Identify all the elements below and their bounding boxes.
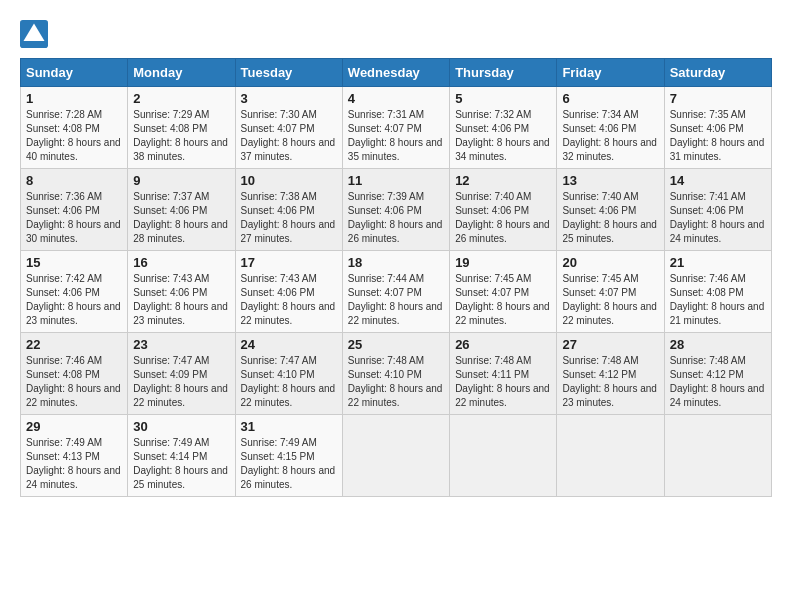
day-number: 12 <box>455 173 551 188</box>
day-info: Sunrise: 7:31 AM Sunset: 4:07 PM Dayligh… <box>348 108 444 164</box>
table-row: 30Sunrise: 7:49 AM Sunset: 4:14 PM Dayli… <box>128 415 235 497</box>
day-info: Sunrise: 7:47 AM Sunset: 4:09 PM Dayligh… <box>133 354 229 410</box>
day-number: 21 <box>670 255 766 270</box>
day-info: Sunrise: 7:46 AM Sunset: 4:08 PM Dayligh… <box>26 354 122 410</box>
table-row: 6Sunrise: 7:34 AM Sunset: 4:06 PM Daylig… <box>557 87 664 169</box>
day-number: 3 <box>241 91 337 106</box>
day-info: Sunrise: 7:40 AM Sunset: 4:06 PM Dayligh… <box>455 190 551 246</box>
table-row: 29Sunrise: 7:49 AM Sunset: 4:13 PM Dayli… <box>21 415 128 497</box>
table-row: 25Sunrise: 7:48 AM Sunset: 4:10 PM Dayli… <box>342 333 449 415</box>
calendar-page: Sunday Monday Tuesday Wednesday Thursday… <box>20 20 772 497</box>
table-row: 11Sunrise: 7:39 AM Sunset: 4:06 PM Dayli… <box>342 169 449 251</box>
table-row: 3Sunrise: 7:30 AM Sunset: 4:07 PM Daylig… <box>235 87 342 169</box>
table-row: 15Sunrise: 7:42 AM Sunset: 4:06 PM Dayli… <box>21 251 128 333</box>
table-row: 14Sunrise: 7:41 AM Sunset: 4:06 PM Dayli… <box>664 169 771 251</box>
table-row: 18Sunrise: 7:44 AM Sunset: 4:07 PM Dayli… <box>342 251 449 333</box>
day-info: Sunrise: 7:36 AM Sunset: 4:06 PM Dayligh… <box>26 190 122 246</box>
table-row: 7Sunrise: 7:35 AM Sunset: 4:06 PM Daylig… <box>664 87 771 169</box>
col-friday: Friday <box>557 59 664 87</box>
table-row: 26Sunrise: 7:48 AM Sunset: 4:11 PM Dayli… <box>450 333 557 415</box>
day-number: 9 <box>133 173 229 188</box>
table-row: 5Sunrise: 7:32 AM Sunset: 4:06 PM Daylig… <box>450 87 557 169</box>
day-number: 15 <box>26 255 122 270</box>
day-info: Sunrise: 7:28 AM Sunset: 4:08 PM Dayligh… <box>26 108 122 164</box>
col-sunday: Sunday <box>21 59 128 87</box>
col-thursday: Thursday <box>450 59 557 87</box>
day-info: Sunrise: 7:38 AM Sunset: 4:06 PM Dayligh… <box>241 190 337 246</box>
day-number: 5 <box>455 91 551 106</box>
day-number: 16 <box>133 255 229 270</box>
table-row: 23Sunrise: 7:47 AM Sunset: 4:09 PM Dayli… <box>128 333 235 415</box>
day-number: 17 <box>241 255 337 270</box>
day-info: Sunrise: 7:32 AM Sunset: 4:06 PM Dayligh… <box>455 108 551 164</box>
day-info: Sunrise: 7:41 AM Sunset: 4:06 PM Dayligh… <box>670 190 766 246</box>
calendar-week-row: 1Sunrise: 7:28 AM Sunset: 4:08 PM Daylig… <box>21 87 772 169</box>
day-number: 20 <box>562 255 658 270</box>
table-row: 8Sunrise: 7:36 AM Sunset: 4:06 PM Daylig… <box>21 169 128 251</box>
calendar-header <box>20 20 772 48</box>
day-number: 8 <box>26 173 122 188</box>
header-row: Sunday Monday Tuesday Wednesday Thursday… <box>21 59 772 87</box>
day-number: 1 <box>26 91 122 106</box>
table-row <box>664 415 771 497</box>
day-info: Sunrise: 7:45 AM Sunset: 4:07 PM Dayligh… <box>455 272 551 328</box>
table-row <box>557 415 664 497</box>
table-row: 9Sunrise: 7:37 AM Sunset: 4:06 PM Daylig… <box>128 169 235 251</box>
table-row: 16Sunrise: 7:43 AM Sunset: 4:06 PM Dayli… <box>128 251 235 333</box>
day-number: 29 <box>26 419 122 434</box>
day-number: 31 <box>241 419 337 434</box>
table-row: 17Sunrise: 7:43 AM Sunset: 4:06 PM Dayli… <box>235 251 342 333</box>
col-saturday: Saturday <box>664 59 771 87</box>
day-number: 14 <box>670 173 766 188</box>
col-tuesday: Tuesday <box>235 59 342 87</box>
calendar-week-row: 22Sunrise: 7:46 AM Sunset: 4:08 PM Dayli… <box>21 333 772 415</box>
day-number: 4 <box>348 91 444 106</box>
day-number: 13 <box>562 173 658 188</box>
day-info: Sunrise: 7:30 AM Sunset: 4:07 PM Dayligh… <box>241 108 337 164</box>
calendar-week-row: 29Sunrise: 7:49 AM Sunset: 4:13 PM Dayli… <box>21 415 772 497</box>
calendar-week-row: 15Sunrise: 7:42 AM Sunset: 4:06 PM Dayli… <box>21 251 772 333</box>
col-wednesday: Wednesday <box>342 59 449 87</box>
table-row: 1Sunrise: 7:28 AM Sunset: 4:08 PM Daylig… <box>21 87 128 169</box>
day-number: 6 <box>562 91 658 106</box>
day-info: Sunrise: 7:43 AM Sunset: 4:06 PM Dayligh… <box>133 272 229 328</box>
calendar-table: Sunday Monday Tuesday Wednesday Thursday… <box>20 58 772 497</box>
day-info: Sunrise: 7:49 AM Sunset: 4:15 PM Dayligh… <box>241 436 337 492</box>
table-row: 10Sunrise: 7:38 AM Sunset: 4:06 PM Dayli… <box>235 169 342 251</box>
day-info: Sunrise: 7:35 AM Sunset: 4:06 PM Dayligh… <box>670 108 766 164</box>
day-number: 19 <box>455 255 551 270</box>
day-info: Sunrise: 7:48 AM Sunset: 4:10 PM Dayligh… <box>348 354 444 410</box>
table-row: 13Sunrise: 7:40 AM Sunset: 4:06 PM Dayli… <box>557 169 664 251</box>
day-info: Sunrise: 7:40 AM Sunset: 4:06 PM Dayligh… <box>562 190 658 246</box>
day-info: Sunrise: 7:49 AM Sunset: 4:14 PM Dayligh… <box>133 436 229 492</box>
table-row: 24Sunrise: 7:47 AM Sunset: 4:10 PM Dayli… <box>235 333 342 415</box>
day-info: Sunrise: 7:44 AM Sunset: 4:07 PM Dayligh… <box>348 272 444 328</box>
table-row <box>450 415 557 497</box>
day-info: Sunrise: 7:49 AM Sunset: 4:13 PM Dayligh… <box>26 436 122 492</box>
day-info: Sunrise: 7:37 AM Sunset: 4:06 PM Dayligh… <box>133 190 229 246</box>
day-info: Sunrise: 7:48 AM Sunset: 4:12 PM Dayligh… <box>670 354 766 410</box>
day-number: 2 <box>133 91 229 106</box>
day-number: 30 <box>133 419 229 434</box>
day-number: 28 <box>670 337 766 352</box>
logo-icon <box>20 20 48 48</box>
day-info: Sunrise: 7:48 AM Sunset: 4:11 PM Dayligh… <box>455 354 551 410</box>
logo <box>20 20 54 48</box>
day-number: 11 <box>348 173 444 188</box>
day-number: 25 <box>348 337 444 352</box>
table-row: 19Sunrise: 7:45 AM Sunset: 4:07 PM Dayli… <box>450 251 557 333</box>
day-number: 10 <box>241 173 337 188</box>
day-info: Sunrise: 7:48 AM Sunset: 4:12 PM Dayligh… <box>562 354 658 410</box>
table-row: 31Sunrise: 7:49 AM Sunset: 4:15 PM Dayli… <box>235 415 342 497</box>
day-number: 26 <box>455 337 551 352</box>
day-number: 18 <box>348 255 444 270</box>
table-row: 4Sunrise: 7:31 AM Sunset: 4:07 PM Daylig… <box>342 87 449 169</box>
day-number: 22 <box>26 337 122 352</box>
day-info: Sunrise: 7:42 AM Sunset: 4:06 PM Dayligh… <box>26 272 122 328</box>
day-info: Sunrise: 7:43 AM Sunset: 4:06 PM Dayligh… <box>241 272 337 328</box>
table-row <box>342 415 449 497</box>
day-info: Sunrise: 7:47 AM Sunset: 4:10 PM Dayligh… <box>241 354 337 410</box>
table-row: 21Sunrise: 7:46 AM Sunset: 4:08 PM Dayli… <box>664 251 771 333</box>
day-number: 24 <box>241 337 337 352</box>
table-row: 12Sunrise: 7:40 AM Sunset: 4:06 PM Dayli… <box>450 169 557 251</box>
